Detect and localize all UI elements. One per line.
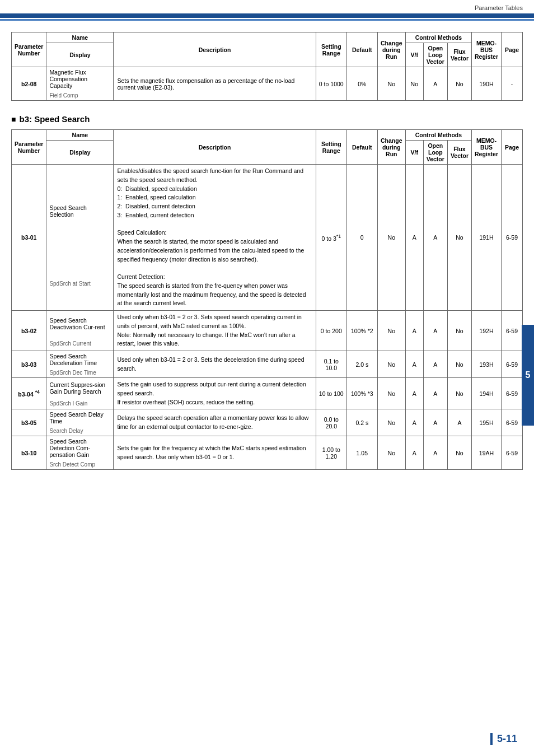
flux-b3-05: A <box>447 409 471 436</box>
header-title: Parameter Tables <box>475 4 523 11</box>
th-flux-vector: Flux Vector <box>447 43 471 67</box>
desc-b3-10: Sets the gain for the frequency at which… <box>114 436 316 470</box>
open-b3-01: A <box>423 165 447 311</box>
b3-th-display: Display <box>46 141 114 165</box>
flux-b2-08: No <box>447 67 471 101</box>
param-b3-03: b3-03 <box>12 351 46 378</box>
desc-b3-04: Sets the gain used to suppress output cu… <box>114 378 316 409</box>
open-b3-10: A <box>423 436 447 470</box>
th-description: Description <box>114 32 316 67</box>
th-default: Default <box>346 32 377 67</box>
display-b3-04: SpdSrch I Gain <box>46 398 114 409</box>
table-row: b3-05 Speed Search Delay Time Delays the… <box>12 409 523 427</box>
th-display: Display <box>46 43 114 67</box>
param-b3-05: b3-05 <box>12 409 46 436</box>
change-b3-02: No <box>377 311 405 351</box>
th-param-number: Parameter Number <box>12 32 46 67</box>
display-b3-01: SpdSrch at Start <box>46 257 114 310</box>
b3-th-vf: V/f <box>405 141 423 165</box>
open-b3-04: A <box>423 378 447 409</box>
b3-table: Parameter Number Name Description Settin… <box>11 129 523 470</box>
name-top-b3-02: Speed Search Deactivation Cur-rent <box>46 311 114 337</box>
display-b3-05: Search Delay <box>46 426 114 436</box>
table-row: b3-04 *4 Current Suppres-sion Gain Durin… <box>12 378 523 398</box>
name-top-b3-05: Speed Search Delay Time <box>46 409 114 427</box>
flux-b3-03: No <box>447 351 471 378</box>
setting-b3-04: 10 to 100 <box>316 378 346 409</box>
display-b3-10: Srch Detect Comp <box>46 460 114 470</box>
open-b2-08: A <box>423 67 447 101</box>
blue-bar <box>0 13 534 18</box>
th-control-methods: Control Methods <box>405 32 471 43</box>
memo-b3-02: 192H <box>471 311 501 351</box>
setting-b3-02: 0 to 200 <box>316 311 346 351</box>
desc-b3-01: Enables/disables the speed search func-t… <box>114 165 316 311</box>
default-b3-01: 0 <box>346 165 377 311</box>
vf-b3-01: A <box>405 165 423 311</box>
table-row: b3-03 Speed Search Deceleration Time Use… <box>12 351 523 368</box>
default-b3-02: 100% *2 <box>346 311 377 351</box>
b3-th-flux: Flux Vector <box>447 141 471 165</box>
open-b3-03: A <box>423 351 447 378</box>
memo-b3-10: 19AH <box>471 436 501 470</box>
param-b3-01: b3-01 <box>12 165 46 311</box>
table-header-row1: Parameter Number Name Description Settin… <box>12 32 523 43</box>
b3-th-param: Parameter Number <box>12 130 46 165</box>
desc-b3-03: Used only when b3-01 = 2 or 3. Sets the … <box>114 351 316 378</box>
setting-b3-03: 0.1 to 10.0 <box>316 351 346 378</box>
vf-b3-04: A <box>405 378 423 409</box>
desc-b3-02: Used only when b3-01 = 2 or 3. Sets spee… <box>114 311 316 351</box>
setting-b3-05: 0.0 to 20.0 <box>316 409 346 436</box>
table-row: b3-02 Speed Search Deactivation Cur-rent… <box>12 311 523 337</box>
memo-b2-08: 190H <box>471 67 501 101</box>
table-row: b2-08 Magnetic Flux Compensation Capacit… <box>12 67 523 91</box>
th-vf: V/f <box>405 43 423 67</box>
vf-b3-10: A <box>405 436 423 470</box>
default-b3-03: 2.0 s <box>346 351 377 378</box>
flux-b3-02: No <box>447 311 471 351</box>
table-row: b3-10 Speed Search Detection Com-pensati… <box>12 436 523 460</box>
b3-th-description: Description <box>114 130 316 165</box>
vf-b3-05: A <box>405 409 423 436</box>
b2-table: Parameter Number Name Description Settin… <box>11 32 523 101</box>
param-b3-10: b3-10 <box>12 436 46 470</box>
name-top-b3-01: Speed Search Selection <box>46 165 114 258</box>
vf-b3-02: A <box>405 311 423 351</box>
setting-b2-08: 0 to 1000 <box>316 67 346 101</box>
setting-b3-10: 1.00 to 1.20 <box>316 436 346 470</box>
light-bar <box>0 19 534 21</box>
name-top-b3-10: Speed Search Detection Com-pensation Gai… <box>46 436 114 460</box>
open-b3-05: A <box>423 409 447 436</box>
display-b3-03: SpdSrch Dec Time <box>46 368 114 378</box>
content-area: Parameter Number Name Description Settin… <box>0 32 534 481</box>
default-b3-10: 1.05 <box>346 436 377 470</box>
b3-th-default: Default <box>346 130 377 165</box>
change-b3-05: No <box>377 409 405 436</box>
desc-b3-05: Delays the speed search operation after … <box>114 409 316 436</box>
param-b3-04: b3-04 *4 <box>12 378 46 409</box>
b3-th-control: Control Methods <box>405 130 471 141</box>
change-b3-04: No <box>377 378 405 409</box>
memo-b3-05: 195H <box>471 409 501 436</box>
th-name: Name <box>46 32 114 43</box>
change-b3-03: No <box>377 351 405 378</box>
default-b3-05: 0.2 s <box>346 409 377 436</box>
param-b2-08: b2-08 <box>12 67 46 101</box>
b3-th-setting: Setting Range <box>316 130 346 165</box>
memo-b3-03: 193H <box>471 351 501 378</box>
flux-b3-10: No <box>447 436 471 470</box>
change-b3-01: No <box>377 165 405 311</box>
section-b3-title: b3: Speed Search <box>11 114 523 124</box>
chapter-tab: 5 <box>522 325 534 426</box>
change-b3-10: No <box>377 436 405 470</box>
page-number: 5-11 <box>490 733 517 745</box>
b3-th-name: Name <box>46 130 114 141</box>
b3-header-row1: Parameter Number Name Description Settin… <box>12 130 523 141</box>
vf-b2-08: No <box>405 67 423 101</box>
page-b3-10: 6-59 <box>502 436 523 470</box>
page-b3-02: 6-59 <box>502 311 523 351</box>
flux-b3-04: No <box>447 378 471 409</box>
desc-b2-08: Sets the magnetic flux compensation as a… <box>114 67 316 101</box>
default-b2-08: 0% <box>346 67 377 101</box>
page-b3-04: 6-59 <box>502 378 523 409</box>
